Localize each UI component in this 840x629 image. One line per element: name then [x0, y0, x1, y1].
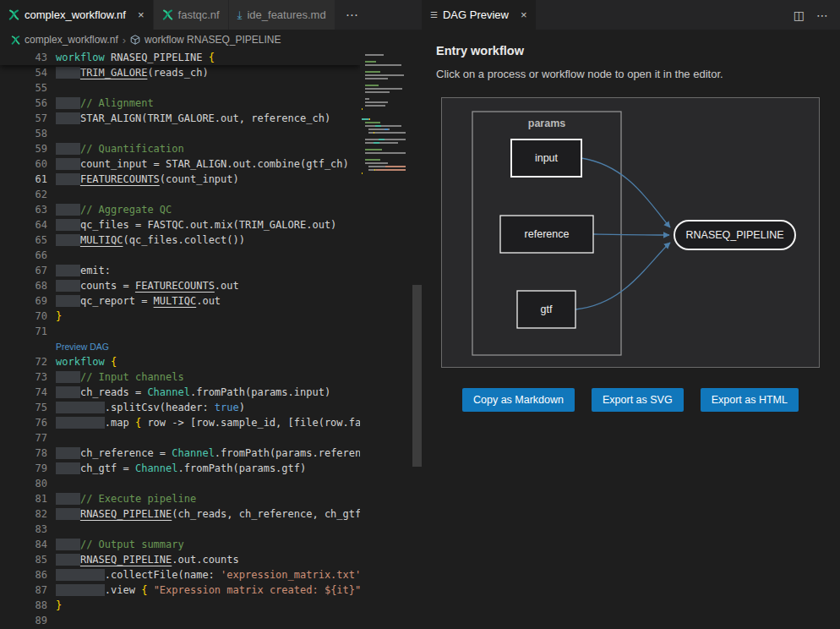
more-actions-icon[interactable]: ⋯ [816, 8, 828, 22]
line-number: 68 [0, 278, 47, 293]
code-line-75[interactable]: 75 .splitCsv(header: true) [0, 400, 360, 415]
minimap[interactable] [360, 50, 412, 629]
params-group-label: params [528, 118, 566, 129]
dag-actions: Copy as Markdown Export as SVG Export as… [441, 388, 820, 412]
line-number: 61 [0, 172, 47, 187]
code-line-43[interactable]: 43workflow RNASEQ_PIPELINE { [0, 50, 360, 65]
dag-node-input[interactable]: input [511, 139, 581, 177]
scrollbar-thumb[interactable] [412, 285, 422, 467]
breadcrumb: complex_workflow.nf › workflow RNASEQ_PI… [0, 30, 422, 50]
code-line-72[interactable]: 72workflow { [0, 354, 360, 369]
nextflow-icon [8, 9, 19, 20]
dag-edge-input [581, 158, 670, 227]
dag-node-gtf[interactable]: gtf [517, 291, 575, 328]
code-line-65[interactable]: 65 MULTIQC(qc_files.collect()) [0, 232, 360, 248]
tab-ide-features[interactable]: ⤓ ide_features.md [229, 0, 335, 30]
code-line-73[interactable]: 73 // Input channels [0, 369, 360, 385]
code-line-58[interactable]: 58 [0, 126, 360, 141]
code-text: } [56, 309, 62, 324]
line-number: 78 [0, 446, 47, 461]
sticky-scroll: 43workflow RNASEQ_PIPELINE { [0, 50, 360, 65]
line-number: 74 [0, 385, 47, 400]
code-line-89[interactable]: 89 [0, 613, 360, 628]
code-text: } [56, 598, 62, 613]
line-number: 85 [0, 552, 47, 567]
close-icon[interactable]: × [138, 8, 145, 21]
code-line-77[interactable]: 77 [0, 430, 360, 446]
code-line-55[interactable]: 55 [0, 80, 360, 96]
code-line-66[interactable]: 66 [0, 248, 360, 263]
code-lines: 54 TRIM_GALORE(reads_ch)5556 // Alignmen… [0, 65, 360, 628]
dag-node-rnaseq-pipeline[interactable]: RNASEQ_PIPELINE [674, 221, 795, 249]
code-line-87[interactable]: 87 .view { "Expression matrix created: $… [0, 583, 360, 598]
codelens-link[interactable]: Preview DAG [56, 339, 109, 354]
breadcrumb-file[interactable]: complex_workflow.nf [25, 34, 118, 46]
tab-complex-workflow[interactable]: complex_workflow.nf × [0, 0, 154, 30]
line-number: 59 [0, 141, 47, 156]
code-line-85[interactable]: 85 RNASEQ_PIPELINE.out.counts [0, 552, 360, 567]
line-number: 43 [0, 50, 47, 65]
code-line-82[interactable]: 82 RNASEQ_PIPELINE(ch_reads, ch_referenc… [0, 506, 360, 522]
code-text: workflow RNASEQ_PIPELINE { [56, 50, 215, 65]
code-line-74[interactable]: 74 ch_reads = Channel.fromPath(params.in… [0, 385, 360, 400]
code-line-63[interactable]: 63 // Aggregate QC [0, 202, 360, 217]
line-number: 75 [0, 400, 47, 415]
code-line-59[interactable]: 59 // Quantification [0, 141, 360, 156]
code-text: emit: [56, 263, 111, 278]
code-line-81[interactable]: 81 // Execute pipeline [0, 491, 360, 506]
tab-dag-preview[interactable]: ☰ DAG Preview × [422, 0, 537, 30]
line-number: 88 [0, 598, 47, 613]
line-number: 54 [0, 65, 47, 80]
code-line-62[interactable]: 62 [0, 187, 360, 202]
export-html-button[interactable]: Export as HTML [701, 388, 799, 412]
code-text: FEATURECOUNTS(count_input) [56, 172, 239, 187]
line-number: 55 [0, 80, 47, 96]
code-line-56[interactable]: 56 // Alignment [0, 96, 360, 111]
code-line-64[interactable]: 64 qc_files = FASTQC.out.mix(TRIM_GALORE… [0, 217, 360, 232]
copy-markdown-button[interactable]: Copy as Markdown [462, 388, 575, 412]
export-svg-button[interactable]: Export as SVG [592, 388, 684, 412]
tab-fastqc[interactable]: fastqc.nf [154, 0, 229, 30]
code-text: TRIM_GALORE(reads_ch) [56, 65, 209, 80]
line-number: 56 [0, 96, 47, 111]
line-number: 70 [0, 309, 47, 324]
code-line-88[interactable]: 88} [0, 598, 360, 613]
code-line-60[interactable]: 60 count_input = STAR_ALIGN.out.combine(… [0, 156, 360, 172]
code-line-57[interactable]: 57 STAR_ALIGN(TRIM_GALORE.out, reference… [0, 111, 360, 126]
dag-node-reference[interactable]: reference [500, 216, 593, 253]
code-line-76[interactable]: 76 .map { row -> [row.sample_id, [file(r… [0, 415, 360, 430]
code-area[interactable]: 43workflow RNASEQ_PIPELINE { 54 TRIM_GAL… [0, 50, 360, 629]
line-number: 71 [0, 324, 47, 339]
code-line-70[interactable]: 70} [0, 309, 360, 324]
nextflow-icon [162, 9, 173, 20]
line-number: 87 [0, 583, 47, 598]
code-line-83[interactable]: 83 [0, 522, 360, 537]
close-icon[interactable]: × [521, 8, 527, 21]
svg-text:RNASEQ_PIPELINE: RNASEQ_PIPELINE [685, 229, 783, 241]
code-line-78[interactable]: 78 ch_reference = Channel.fromPath(param… [0, 446, 360, 461]
code-line-86[interactable]: 86 .collectFile(name: 'expression_matrix… [0, 567, 360, 583]
dag-diagram: params input reference gtf [441, 97, 820, 368]
code-line-67[interactable]: 67 emit: [0, 263, 360, 278]
code-text: ch_reads = Channel.fromPath(params.input… [56, 385, 330, 400]
line-number: 83 [0, 522, 47, 537]
code-line-61[interactable]: 61 FEATURECOUNTS(count_input) [0, 172, 360, 187]
editor-scrollbar[interactable] [412, 50, 422, 629]
line-number: 76 [0, 415, 47, 430]
code-line-69[interactable]: 69 qc_report = MULTIQC.out [0, 293, 360, 309]
code-line-84[interactable]: 84 // Output summary [0, 537, 360, 552]
code-line-79[interactable]: 79 ch_gtf = Channel.fromPath(params.gtf) [0, 461, 360, 476]
line-number: 63 [0, 202, 47, 217]
breadcrumb-symbol[interactable]: workflow RNASEQ_PIPELINE [145, 34, 281, 46]
symbol-cube-icon [130, 35, 140, 45]
code-line-80[interactable]: 80 [0, 476, 360, 491]
code-line-68[interactable]: 68 counts = FEATURECOUNTS.out [0, 278, 360, 293]
tab-label: complex_workflow.nf [25, 8, 126, 21]
line-number: 86 [0, 567, 47, 583]
panel-title: Entry workflow [436, 44, 840, 57]
left-tabbar: complex_workflow.nf × fastqc.nf ⤓ ide_fe… [0, 0, 422, 30]
tab-overflow-icon[interactable]: ⋯ [335, 0, 368, 30]
code-line-54[interactable]: 54 TRIM_GALORE(reads_ch) [0, 65, 360, 80]
split-editor-icon[interactable]: ◫ [794, 8, 805, 22]
code-line-71[interactable]: 71 [0, 324, 360, 339]
